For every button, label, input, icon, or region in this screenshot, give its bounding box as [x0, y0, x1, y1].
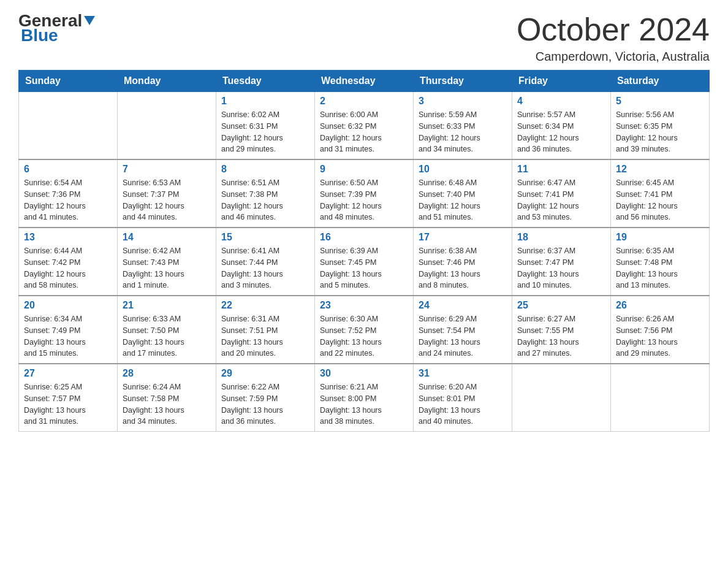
day-number: 24 [419, 300, 507, 311]
day-info: Sunrise: 6:47 AM Sunset: 7:41 PM Dayligh… [517, 177, 605, 223]
day-info: Sunrise: 6:02 AM Sunset: 6:31 PM Dayligh… [221, 109, 309, 155]
day-number: 10 [419, 164, 507, 175]
header-friday: Friday [512, 71, 611, 92]
table-row: 25Sunrise: 6:27 AM Sunset: 7:55 PM Dayli… [512, 296, 611, 364]
table-row: 27Sunrise: 6:25 AM Sunset: 7:57 PM Dayli… [19, 364, 118, 432]
day-info: Sunrise: 5:56 AM Sunset: 6:35 PM Dayligh… [616, 109, 704, 155]
day-number: 14 [123, 232, 211, 243]
day-number: 8 [221, 164, 309, 175]
table-row: 16Sunrise: 6:39 AM Sunset: 7:45 PM Dayli… [315, 228, 414, 296]
table-row: 7Sunrise: 6:53 AM Sunset: 7:37 PM Daylig… [118, 159, 216, 228]
day-number: 18 [517, 232, 605, 243]
calendar-week-row: 6Sunrise: 6:54 AM Sunset: 7:36 PM Daylig… [19, 159, 710, 228]
day-number: 25 [517, 300, 605, 311]
day-info: Sunrise: 6:31 AM Sunset: 7:51 PM Dayligh… [221, 313, 309, 359]
table-row [512, 364, 611, 432]
day-info: Sunrise: 6:30 AM Sunset: 7:52 PM Dayligh… [320, 313, 408, 359]
table-row: 13Sunrise: 6:44 AM Sunset: 7:42 PM Dayli… [19, 228, 118, 296]
table-row: 30Sunrise: 6:21 AM Sunset: 8:00 PM Dayli… [315, 364, 414, 432]
day-number: 22 [221, 300, 309, 311]
calendar-week-row: 27Sunrise: 6:25 AM Sunset: 7:57 PM Dayli… [19, 364, 710, 432]
day-number: 12 [616, 164, 704, 175]
table-row: 5Sunrise: 5:56 AM Sunset: 6:35 PM Daylig… [611, 92, 710, 160]
table-row: 3Sunrise: 5:59 AM Sunset: 6:33 PM Daylig… [414, 92, 512, 160]
table-row [611, 364, 710, 432]
table-row: 28Sunrise: 6:24 AM Sunset: 7:58 PM Dayli… [118, 364, 216, 432]
table-row: 20Sunrise: 6:34 AM Sunset: 7:49 PM Dayli… [19, 296, 118, 364]
day-info: Sunrise: 6:35 AM Sunset: 7:48 PM Dayligh… [616, 245, 704, 291]
header-sunday: Sunday [19, 71, 118, 92]
day-number: 3 [419, 96, 507, 107]
table-row [19, 92, 118, 160]
table-row: 23Sunrise: 6:30 AM Sunset: 7:52 PM Dayli… [315, 296, 414, 364]
day-number: 28 [123, 368, 211, 379]
day-info: Sunrise: 5:57 AM Sunset: 6:34 PM Dayligh… [517, 109, 605, 155]
day-number: 20 [24, 300, 112, 311]
day-number: 2 [320, 96, 408, 107]
page-header: General Blue October 2024 Camperdown, Vi… [18, 12, 710, 64]
logo-blue-text: Blue [18, 27, 58, 44]
table-row: 22Sunrise: 6:31 AM Sunset: 7:51 PM Dayli… [216, 296, 315, 364]
day-info: Sunrise: 6:38 AM Sunset: 7:46 PM Dayligh… [419, 245, 507, 291]
table-row: 31Sunrise: 6:20 AM Sunset: 8:01 PM Dayli… [414, 364, 512, 432]
day-number: 17 [419, 232, 507, 243]
table-row: 29Sunrise: 6:22 AM Sunset: 7:59 PM Dayli… [216, 364, 315, 432]
location: Camperdown, Victoria, Australia [517, 50, 710, 64]
table-row: 6Sunrise: 6:54 AM Sunset: 7:36 PM Daylig… [19, 159, 118, 228]
header-monday: Monday [118, 71, 216, 92]
day-info: Sunrise: 6:22 AM Sunset: 7:59 PM Dayligh… [221, 381, 309, 427]
day-info: Sunrise: 6:27 AM Sunset: 7:55 PM Dayligh… [517, 313, 605, 359]
day-number: 30 [320, 368, 408, 379]
day-info: Sunrise: 6:24 AM Sunset: 7:58 PM Dayligh… [123, 381, 211, 427]
month-title: October 2024 [517, 12, 710, 47]
day-info: Sunrise: 6:51 AM Sunset: 7:38 PM Dayligh… [221, 177, 309, 223]
day-info: Sunrise: 6:54 AM Sunset: 7:36 PM Dayligh… [24, 177, 112, 223]
table-row: 10Sunrise: 6:48 AM Sunset: 7:40 PM Dayli… [414, 159, 512, 228]
calendar-week-row: 1Sunrise: 6:02 AM Sunset: 6:31 PM Daylig… [19, 92, 710, 160]
table-row [118, 92, 216, 160]
header-thursday: Thursday [414, 71, 512, 92]
day-number: 19 [616, 232, 704, 243]
day-number: 23 [320, 300, 408, 311]
day-info: Sunrise: 6:48 AM Sunset: 7:40 PM Dayligh… [419, 177, 507, 223]
table-row: 4Sunrise: 5:57 AM Sunset: 6:34 PM Daylig… [512, 92, 611, 160]
day-info: Sunrise: 6:33 AM Sunset: 7:50 PM Dayligh… [123, 313, 211, 359]
table-row: 18Sunrise: 6:37 AM Sunset: 7:47 PM Dayli… [512, 228, 611, 296]
day-info: Sunrise: 6:41 AM Sunset: 7:44 PM Dayligh… [221, 245, 309, 291]
day-info: Sunrise: 6:50 AM Sunset: 7:39 PM Dayligh… [320, 177, 408, 223]
table-row: 9Sunrise: 6:50 AM Sunset: 7:39 PM Daylig… [315, 159, 414, 228]
day-number: 29 [221, 368, 309, 379]
calendar-table: Sunday Monday Tuesday Wednesday Thursday… [18, 70, 710, 432]
calendar-week-row: 13Sunrise: 6:44 AM Sunset: 7:42 PM Dayli… [19, 228, 710, 296]
table-row: 19Sunrise: 6:35 AM Sunset: 7:48 PM Dayli… [611, 228, 710, 296]
day-info: Sunrise: 6:45 AM Sunset: 7:41 PM Dayligh… [616, 177, 704, 223]
day-info: Sunrise: 6:26 AM Sunset: 7:56 PM Dayligh… [616, 313, 704, 359]
calendar-header-row: Sunday Monday Tuesday Wednesday Thursday… [19, 71, 710, 92]
day-number: 15 [221, 232, 309, 243]
day-number: 31 [419, 368, 507, 379]
day-number: 7 [123, 164, 211, 175]
day-info: Sunrise: 6:25 AM Sunset: 7:57 PM Dayligh… [24, 381, 112, 427]
table-row: 14Sunrise: 6:42 AM Sunset: 7:43 PM Dayli… [118, 228, 216, 296]
day-number: 21 [123, 300, 211, 311]
calendar-week-row: 20Sunrise: 6:34 AM Sunset: 7:49 PM Dayli… [19, 296, 710, 364]
title-section: October 2024 Camperdown, Victoria, Austr… [517, 12, 710, 64]
table-row: 17Sunrise: 6:38 AM Sunset: 7:46 PM Dayli… [414, 228, 512, 296]
table-row: 21Sunrise: 6:33 AM Sunset: 7:50 PM Dayli… [118, 296, 216, 364]
day-info: Sunrise: 6:20 AM Sunset: 8:01 PM Dayligh… [419, 381, 507, 427]
table-row: 2Sunrise: 6:00 AM Sunset: 6:32 PM Daylig… [315, 92, 414, 160]
day-number: 5 [616, 96, 704, 107]
day-info: Sunrise: 6:34 AM Sunset: 7:49 PM Dayligh… [24, 313, 112, 359]
day-number: 1 [221, 96, 309, 107]
table-row: 1Sunrise: 6:02 AM Sunset: 6:31 PM Daylig… [216, 92, 315, 160]
day-number: 16 [320, 232, 408, 243]
table-row: 11Sunrise: 6:47 AM Sunset: 7:41 PM Dayli… [512, 159, 611, 228]
table-row: 12Sunrise: 6:45 AM Sunset: 7:41 PM Dayli… [611, 159, 710, 228]
day-info: Sunrise: 6:44 AM Sunset: 7:42 PM Dayligh… [24, 245, 112, 291]
table-row: 15Sunrise: 6:41 AM Sunset: 7:44 PM Dayli… [216, 228, 315, 296]
day-number: 6 [24, 164, 112, 175]
logo: General Blue [18, 12, 95, 44]
logo-arrow-icon [84, 16, 95, 25]
day-info: Sunrise: 6:00 AM Sunset: 6:32 PM Dayligh… [320, 109, 408, 155]
day-info: Sunrise: 6:37 AM Sunset: 7:47 PM Dayligh… [517, 245, 605, 291]
